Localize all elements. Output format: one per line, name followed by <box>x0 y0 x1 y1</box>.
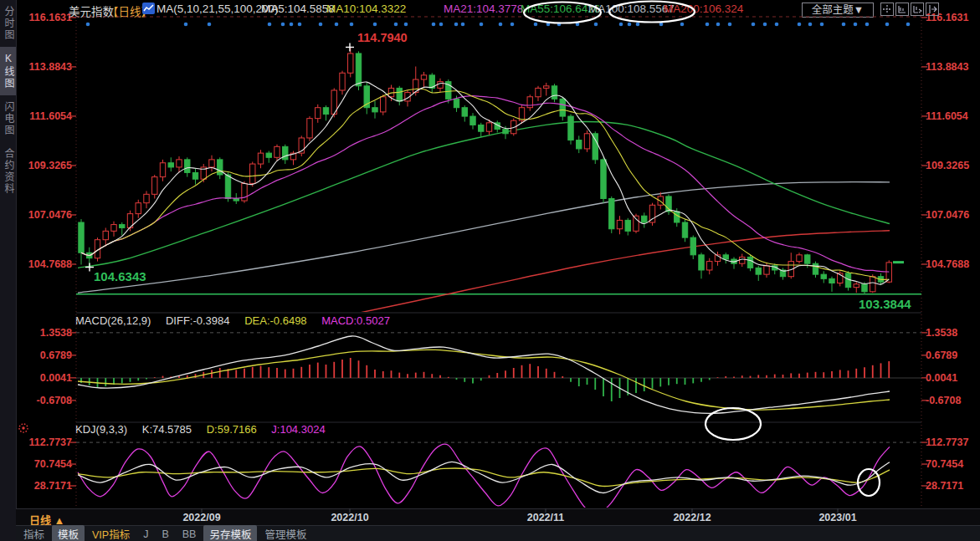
date-label: 2022/11 <box>527 512 565 523</box>
date-label: 2022/10 <box>331 512 368 523</box>
ma-legend-1: MA5:104.5858 <box>261 3 335 15</box>
svg-text:114.7940: 114.7940 <box>357 31 408 44</box>
macd-header-row: MACD(26,12,9) DIFF:-0.3984 DEA:-0.6498 M… <box>75 314 402 327</box>
sidebar-item-3[interactable]: 合约资料 <box>0 142 16 201</box>
trading-app: 分时图K线图闪电图合约资料 美元指数 【日线】 全部主题▼ MA(5,10,21… <box>0 0 980 541</box>
axis-label: 1.3538 <box>17 327 72 339</box>
axis-label: 107.0476 <box>17 209 72 221</box>
macd-name: MACD(26,12,9) <box>75 314 151 327</box>
macd-macd-value: MACD:0.5027 <box>321 314 390 327</box>
toolbar-tab-0[interactable]: 指标 <box>18 525 50 541</box>
date-label: 2022/12 <box>673 512 711 523</box>
axis-label: 107.0476 <box>926 209 969 221</box>
sidebar-item-2[interactable]: 闪电图 <box>0 95 16 142</box>
toolbar-tab-6[interactable]: 另存模板 <box>203 525 257 541</box>
date-label: 2022/09 <box>182 512 220 523</box>
sidebar-item-1[interactable]: K线图 <box>0 47 16 95</box>
candlestick-chart[interactable]: 114.7940104.6343103.3844 <box>0 0 980 541</box>
ma-legend-3: MA21:104.3778 <box>444 3 523 15</box>
ma-legend-5: MA100:108.5567 <box>588 3 675 15</box>
macd-dea-value: DEA:-0.6498 <box>244 314 306 327</box>
bottom-toolbar: 指标模板VIP指标JBBB另存模板管理模板 <box>16 525 980 541</box>
toolbar-tab-2[interactable]: VIP指标 <box>86 525 136 541</box>
svg-text:104.6343: 104.6343 <box>94 269 146 283</box>
toolbar-tab-1[interactable]: 模板 <box>52 525 85 541</box>
kdj-name: KDJ(9,3,3) <box>75 423 127 436</box>
ma-legend-0: MA(5,10,21,55,100,200) <box>156 3 279 15</box>
axis-label: 0.0041 <box>17 372 72 384</box>
axis-label: 104.7688 <box>926 258 969 270</box>
axis-label: 109.3265 <box>926 160 969 171</box>
axis-label: 70.7454 <box>17 458 72 470</box>
axis-label: 109.3265 <box>17 160 72 171</box>
axis-label: 28.7171 <box>17 480 72 492</box>
compress-chart-icon[interactable] <box>895 3 909 16</box>
axis-label: 112.7737 <box>926 436 968 448</box>
crosshair-icon[interactable] <box>880 3 894 16</box>
axis-label: -0.6708 <box>926 395 961 406</box>
kdj-k-value: K:74.5785 <box>142 423 192 436</box>
kdj-j-value: J:104.3024 <box>271 423 325 436</box>
left-sidebar: 分时图K线图闪电图合约资料 <box>0 0 17 541</box>
axis-label: 113.8843 <box>926 61 968 73</box>
axis-label: 1.3538 <box>926 327 957 339</box>
axis-label: -0.6708 <box>17 395 72 406</box>
axis-label: 112.7737 <box>17 436 72 448</box>
axis-label: 28.7171 <box>926 480 963 492</box>
page-forward-icon[interactable] <box>926 3 939 16</box>
svg-text:103.3844: 103.3844 <box>859 297 911 311</box>
axis-label: 0.6789 <box>926 350 957 361</box>
toolbar-tab-7[interactable]: 管理模板 <box>259 525 312 541</box>
chart-header: 美元指数 【日线】 全部主题▼ MA(5,10,21,55,100,200)MA… <box>0 0 980 18</box>
axis-label: 0.6789 <box>17 350 72 361</box>
axis-label: 111.6054 <box>926 110 968 122</box>
toolbar-tab-3[interactable]: J <box>137 528 154 541</box>
axis-label: 104.7688 <box>17 258 72 270</box>
axis-label: 111.6054 <box>17 110 72 122</box>
date-axis-strip: 日线 ▲ 2022/092022/102022/112022/122023/01 <box>16 508 980 526</box>
macd-diff-value: DIFF:-0.3984 <box>166 314 230 327</box>
kdj-d-value: D:59.7166 <box>207 423 257 436</box>
theme-selector-button[interactable]: 全部主题▼ <box>802 3 874 18</box>
kdj-header-row: KDJ(9,3,3) K:74.5785 D:59.7166 J:104.302… <box>75 423 337 436</box>
axis-label: 113.8843 <box>17 61 72 73</box>
axis-label: 0.0041 <box>926 372 957 384</box>
ma-legend-2: MA10:104.3322 <box>326 3 406 15</box>
sun-marker-icon[interactable] <box>17 421 30 435</box>
date-label: 2023/01 <box>818 512 856 523</box>
ma-legend-6: MA200:106.324 <box>664 3 743 15</box>
chart-type-icon[interactable] <box>142 3 155 14</box>
toolbar-tab-4[interactable]: B <box>156 528 174 541</box>
axis-label: 70.7454 <box>926 458 963 470</box>
shift-right-icon[interactable] <box>911 3 924 16</box>
toolbar-tab-5[interactable]: BB <box>177 528 203 541</box>
